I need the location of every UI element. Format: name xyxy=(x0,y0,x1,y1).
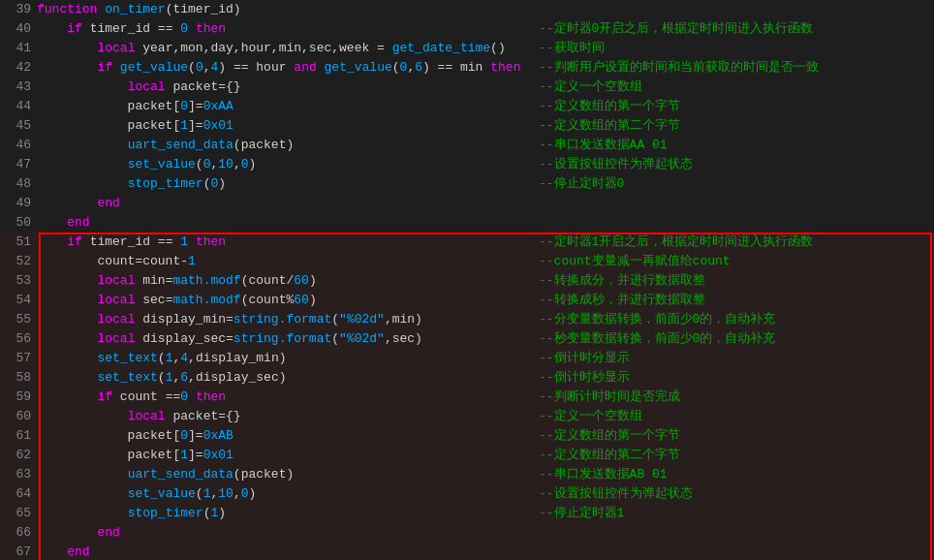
line-comment-56: --秒变量数据转换，前面少0的，自动补充 xyxy=(531,329,934,349)
code-line-64: 64 set_value(1,10,0)--设置按钮控件为弹起状态 xyxy=(0,484,934,504)
code-line-61: 61 packet[0]=0xAB--定义数组的第一个字节 xyxy=(0,426,934,446)
line-comment-64: --设置按钮控件为弹起状态 xyxy=(531,484,934,504)
line-code-64: set_value(1,10,0) xyxy=(37,484,531,504)
line-comment-53: --转换成分，并进行数据取整 xyxy=(531,271,934,291)
line-comment-63: --串口发送数据AB 01 xyxy=(531,465,934,484)
line-number-62: 62 xyxy=(0,446,37,465)
line-number-65: 65 xyxy=(0,504,37,523)
line-number-61: 61 xyxy=(0,426,37,446)
code-table: 39function on_timer(timer_id)40 if timer… xyxy=(0,0,934,560)
line-code-39: function on_timer(timer_id) xyxy=(37,0,531,19)
line-number-48: 48 xyxy=(0,174,37,194)
line-comment-66 xyxy=(531,523,934,543)
code-line-54: 54 local sec=math.modf(count%60)--转换成秒，并… xyxy=(0,291,934,310)
line-code-65: stop_timer(1) xyxy=(37,504,531,523)
code-line-49: 49 end xyxy=(0,194,934,213)
line-code-48: stop_timer(0) xyxy=(37,174,531,194)
line-comment-40: --定时器0开启之后，根据定时时间进入执行函数 xyxy=(531,19,934,39)
code-line-53: 53 local min=math.modf(count/60)--转换成分，并… xyxy=(0,271,934,291)
code-line-42: 42 if get_value(0,4) == hour and get_val… xyxy=(0,58,934,78)
line-number-59: 59 xyxy=(0,388,37,407)
code-line-48: 48 stop_timer(0)--停止定时器0 xyxy=(0,174,934,194)
code-editor: 39function on_timer(timer_id)40 if timer… xyxy=(0,0,934,560)
code-line-59: 59 if count ==0 then--判断计时时间是否完成 xyxy=(0,388,934,407)
line-number-41: 41 xyxy=(0,39,37,58)
line-code-53: local min=math.modf(count/60) xyxy=(37,271,531,291)
line-comment-58: --倒计时秒显示 xyxy=(531,368,934,388)
code-line-55: 55 local display_min=string.format("%02d… xyxy=(0,310,934,329)
line-code-54: local sec=math.modf(count%60) xyxy=(37,291,531,310)
code-line-43: 43 local packet={}--定义一个空数组 xyxy=(0,78,934,97)
code-line-51: 51 if timer_id == 1 then--定时器1开启之后，根据定时时… xyxy=(0,233,934,252)
code-line-45: 45 packet[1]=0x01--定义数组的第二个字节 xyxy=(0,116,934,136)
line-code-49: end xyxy=(37,194,531,213)
line-comment-46: --串口发送数据AA 01 xyxy=(531,136,934,155)
line-code-55: local display_min=string.format("%02d",m… xyxy=(37,310,531,329)
line-code-41: local year,mon,day,hour,min,sec,week = g… xyxy=(37,39,531,58)
code-line-39: 39function on_timer(timer_id) xyxy=(0,0,934,19)
code-line-58: 58 set_text(1,6,display_sec)--倒计时秒显示 xyxy=(0,368,934,388)
line-code-58: set_text(1,6,display_sec) xyxy=(37,368,531,388)
line-comment-39 xyxy=(531,0,934,19)
line-number-53: 53 xyxy=(0,271,37,291)
line-comment-43: --定义一个空数组 xyxy=(531,78,934,97)
line-number-57: 57 xyxy=(0,349,37,368)
line-comment-45: --定义数组的第二个字节 xyxy=(531,116,934,136)
line-number-52: 52 xyxy=(0,252,37,271)
line-code-63: uart_send_data(packet) xyxy=(37,465,531,484)
line-comment-41: --获取时间 xyxy=(531,39,934,58)
line-code-61: packet[0]=0xAB xyxy=(37,426,531,446)
line-number-56: 56 xyxy=(0,329,37,349)
line-number-54: 54 xyxy=(0,291,37,310)
line-comment-44: --定义数组的第一个字节 xyxy=(531,97,934,116)
line-number-44: 44 xyxy=(0,97,37,116)
line-number-66: 66 xyxy=(0,523,37,543)
line-comment-51: --定时器1开启之后，根据定时时间进入执行函数 xyxy=(531,233,934,252)
line-code-59: if count ==0 then xyxy=(37,388,531,407)
code-line-60: 60 local packet={}--定义一个空数组 xyxy=(0,407,934,426)
line-comment-61: --定义数组的第一个字节 xyxy=(531,426,934,446)
line-comment-49 xyxy=(531,194,934,213)
code-line-50: 50 end xyxy=(0,213,934,233)
line-code-67: end xyxy=(37,543,531,560)
code-line-63: 63 uart_send_data(packet)--串口发送数据AB 01 xyxy=(0,465,934,484)
line-comment-47: --设置按钮控件为弹起状态 xyxy=(531,155,934,174)
line-comment-59: --判断计时时间是否完成 xyxy=(531,388,934,407)
line-code-46: uart_send_data(packet) xyxy=(37,136,531,155)
line-code-51: if timer_id == 1 then xyxy=(37,233,531,252)
line-number-60: 60 xyxy=(0,407,37,426)
code-line-41: 41 local year,mon,day,hour,min,sec,week … xyxy=(0,39,934,58)
line-number-63: 63 xyxy=(0,465,37,484)
line-number-42: 42 xyxy=(0,58,37,78)
line-number-58: 58 xyxy=(0,368,37,388)
line-comment-42: --判断用户设置的时间和当前获取的时间是否一致 xyxy=(531,58,934,78)
code-line-67: 67 end xyxy=(0,543,934,560)
code-line-47: 47 set_value(0,10,0)--设置按钮控件为弹起状态 xyxy=(0,155,934,174)
line-number-49: 49 xyxy=(0,194,37,213)
line-number-50: 50 xyxy=(0,213,37,233)
line-code-50: end xyxy=(37,213,531,233)
line-code-57: set_text(1,4,display_min) xyxy=(37,349,531,368)
line-comment-55: --分变量数据转换，前面少0的，自动补充 xyxy=(531,310,934,329)
line-comment-65: --停止定时器1 xyxy=(531,504,934,523)
line-comment-48: --停止定时器0 xyxy=(531,174,934,194)
line-code-42: if get_value(0,4) == hour and get_value(… xyxy=(37,58,531,78)
line-number-55: 55 xyxy=(0,310,37,329)
code-line-52: 52 count=count-1--count变量减一再赋值给count xyxy=(0,252,934,271)
line-code-52: count=count-1 xyxy=(37,252,531,271)
line-code-45: packet[1]=0x01 xyxy=(37,116,531,136)
code-line-46: 46 uart_send_data(packet)--串口发送数据AA 01 xyxy=(0,136,934,155)
line-number-39: 39 xyxy=(0,0,37,19)
line-code-66: end xyxy=(37,523,531,543)
line-comment-57: --倒计时分显示 xyxy=(531,349,934,368)
line-comment-52: --count变量减一再赋值给count xyxy=(531,252,934,271)
code-line-65: 65 stop_timer(1)--停止定时器1 xyxy=(0,504,934,523)
code-line-62: 62 packet[1]=0x01--定义数组的第二个字节 xyxy=(0,446,934,465)
line-comment-54: --转换成秒，并进行数据取整 xyxy=(531,291,934,310)
line-code-62: packet[1]=0x01 xyxy=(37,446,531,465)
line-number-51: 51 xyxy=(0,233,37,252)
line-code-60: local packet={} xyxy=(37,407,531,426)
line-code-44: packet[0]=0xAA xyxy=(37,97,531,116)
code-line-40: 40 if timer_id == 0 then--定时器0开启之后，根据定时时… xyxy=(0,19,934,39)
line-number-64: 64 xyxy=(0,484,37,504)
